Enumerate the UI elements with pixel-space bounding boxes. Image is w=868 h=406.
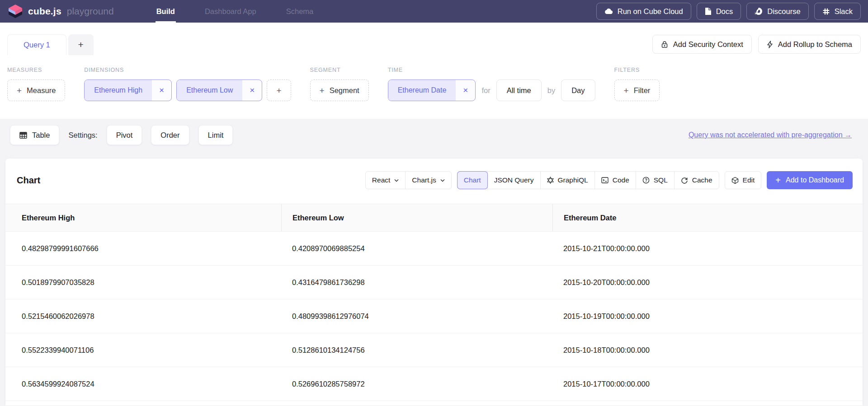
add-to-dashboard-button[interactable]: + Add to Dashboard <box>767 171 853 189</box>
table-cell: 0.4316479861736298 <box>281 278 552 287</box>
table-cell: 0.5269610285758972 <box>281 380 552 388</box>
table-cell: 0.48298799991607666 <box>5 244 281 253</box>
add-query-tab-button[interactable]: + <box>68 34 94 55</box>
view-tab-cache[interactable]: Cache <box>674 172 719 189</box>
view-tab-json-query[interactable]: JSON Query <box>487 172 540 189</box>
filters-label: FILTERS <box>614 67 660 73</box>
granularity-select[interactable]: Day <box>561 79 595 101</box>
framework-select[interactable]: React <box>366 172 406 189</box>
table-row: 0.5018979907035828 0.4316479861736298 20… <box>5 266 863 299</box>
table-cell: 2015-10-20T00:00:00.000 <box>552 278 863 287</box>
brand: cube.js playground <box>7 0 114 23</box>
edit-button[interactable]: Edit <box>725 172 761 189</box>
table-row: 0.5634599924087524 0.5269610285758972 20… <box>5 367 863 401</box>
add-rollup-to-schema-button[interactable]: Add Rollup to Schema <box>758 35 861 54</box>
table-cell: 0.5018979907035828 <box>5 278 281 287</box>
bolt-icon <box>767 41 773 48</box>
settings-label: Settings: <box>68 131 97 140</box>
chart-type-table-button[interactable]: Table <box>10 125 59 145</box>
view-tab-code[interactable]: Code <box>594 172 636 189</box>
brand-suffix: playground <box>67 6 114 17</box>
docs-button[interactable]: Docs <box>697 3 741 20</box>
edit-button-group: Edit <box>725 171 762 189</box>
by-label: by <box>547 86 555 95</box>
terminal-icon <box>601 177 609 183</box>
table-header-row: Ethereum High Ethereum Low Ethereum Date <box>5 204 863 232</box>
pre-aggregation-link[interactable]: Query was not accelerated with pre-aggre… <box>689 131 852 139</box>
table-body: 0.48298799991607666 0.4208970069885254 2… <box>5 232 863 401</box>
cube-logo-icon <box>7 3 24 19</box>
table-row: 0.5522339940071106 0.5128610134124756 20… <box>5 333 863 367</box>
close-icon[interactable]: × <box>242 80 262 101</box>
plus-icon: + <box>17 86 22 95</box>
nav-tab-dashboard-app[interactable]: Dashboard App <box>204 0 257 23</box>
navbar-actions: Run on Cube Cloud Docs Discourse Slack <box>596 0 861 23</box>
dimensions-group: DIMENSIONS Ethereum High × Ethereum Low … <box>84 67 291 101</box>
column-header-ethereum-low: Ethereum Low <box>281 204 552 231</box>
plus-icon: + <box>320 86 325 95</box>
measures-group: MEASURES + Measure <box>7 67 65 101</box>
dimensions-label: DIMENSIONS <box>84 67 291 73</box>
close-icon[interactable]: × <box>152 80 171 101</box>
graphql-icon <box>547 177 554 184</box>
order-button[interactable]: Order <box>151 125 189 145</box>
segment-label: SEGMENT <box>310 67 369 73</box>
time-label: TIME <box>388 67 595 73</box>
question-circle-icon <box>642 177 650 184</box>
plus-icon: + <box>775 176 781 185</box>
segment-group: SEGMENT + Segment <box>310 67 369 101</box>
lock-icon <box>661 41 668 48</box>
table-cell: 0.5634599924087524 <box>5 380 281 388</box>
cube-icon <box>731 177 739 184</box>
pivot-button[interactable]: Pivot <box>107 125 142 145</box>
query-builder: MEASURES + Measure DIMENSIONS Ethereum H… <box>0 55 868 119</box>
navbar-tabs: Build Dashboard App Schema <box>156 0 315 23</box>
view-tab-graphiql[interactable]: GraphiQL <box>540 172 594 189</box>
top-navbar: cube.js playground Build Dashboard App S… <box>0 0 868 23</box>
table-cell: 2015-10-19T00:00:00.000 <box>552 312 863 321</box>
view-tab-chart[interactable]: Chart <box>458 172 487 189</box>
refresh-icon <box>681 177 688 184</box>
library-select[interactable]: Chart.js <box>405 172 451 189</box>
add-measure-button[interactable]: + Measure <box>7 79 65 101</box>
settings-buttons: Pivot Order Limit <box>107 125 233 145</box>
nav-tab-build[interactable]: Build <box>156 0 176 23</box>
run-on-cube-cloud-button[interactable]: Run on Cube Cloud <box>596 3 691 20</box>
add-dimension-button[interactable]: + <box>267 79 291 101</box>
dimension-chip-ethereum-low[interactable]: Ethereum Low × <box>176 79 262 101</box>
nav-tab-schema[interactable]: Schema <box>285 0 315 23</box>
time-group: TIME Ethereum Date × for All time by Day <box>388 67 595 101</box>
chart-card: Chart React Chart.js Chart JSO <box>5 159 863 406</box>
filters-group: FILTERS + Filter <box>614 67 660 101</box>
chart-card-header: Chart React Chart.js Chart JSO <box>5 159 863 204</box>
chevron-down-icon <box>394 179 399 182</box>
chevron-down-icon <box>440 179 445 182</box>
settings-bar: Table Settings: Pivot Order Limit Query … <box>0 125 868 145</box>
date-range-select[interactable]: All time <box>496 79 542 101</box>
framework-library-selects: React Chart.js <box>365 171 452 189</box>
discourse-button[interactable]: Discourse <box>746 3 808 20</box>
query-tab-1[interactable]: Query 1 <box>7 34 66 55</box>
plus-icon: + <box>276 86 281 95</box>
view-tab-sql[interactable]: SQL <box>636 172 674 189</box>
strip-actions: Add Security Context Add Rollup to Schem… <box>652 35 861 55</box>
column-header-ethereum-date: Ethereum Date <box>552 204 863 231</box>
dimension-chip-ethereum-high[interactable]: Ethereum High × <box>84 79 172 101</box>
close-icon[interactable]: × <box>456 80 475 101</box>
slack-button[interactable]: Slack <box>814 3 861 20</box>
table-cell: 0.48099398612976074 <box>281 312 552 321</box>
discourse-icon <box>755 7 763 15</box>
table-cell: 0.5128610134124756 <box>281 346 552 355</box>
table-grid-icon <box>19 132 27 139</box>
brand-name: cube.js <box>28 6 61 17</box>
time-chip-ethereum-date[interactable]: Ethereum Date × <box>388 79 476 101</box>
add-security-context-button[interactable]: Add Security Context <box>652 35 752 54</box>
limit-button[interactable]: Limit <box>198 125 233 145</box>
plus-icon: + <box>624 86 629 95</box>
add-segment-button[interactable]: + Segment <box>310 79 369 101</box>
add-filter-button[interactable]: + Filter <box>614 79 660 101</box>
cloud-icon <box>604 8 613 14</box>
table-cell: 0.5215460062026978 <box>5 312 281 321</box>
table-cell: 2015-10-21T00:00:00.000 <box>552 244 863 253</box>
for-label: for <box>481 86 490 95</box>
